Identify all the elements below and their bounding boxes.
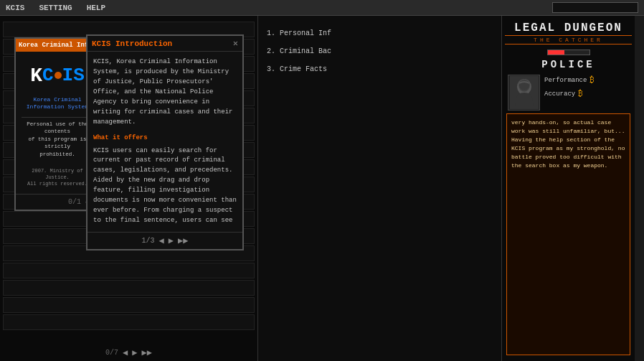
kcis-intro-popup: KCIS Introduction ✕ KCIS, Korea Criminal… <box>86 34 244 250</box>
center-panel: 1. Personal Inf 2. Criminal Bac 3. Crime… <box>258 16 502 361</box>
kcis-logo: K C IS <box>22 57 93 93</box>
performance-icon: ₿ <box>589 75 595 85</box>
right-panel: LEGAL DUNGEON THE CATCHER POLICE <box>502 16 635 361</box>
kcis-subtitle: Korea CriminalInformation System <box>27 96 88 111</box>
performance-label: Performance <box>544 77 587 84</box>
list-item[interactable] <box>3 297 255 313</box>
kcis-copyright: 2007. Ministry of Justice.All rights res… <box>22 168 93 187</box>
intro-prev-button[interactable]: ◀ <box>159 235 164 246</box>
left-nav-next[interactable]: ▶ <box>132 347 137 358</box>
left-panel-nav: 0/7 ◀ ▶ ▶▶ <box>0 347 257 358</box>
intro-nav-text: 1/3 <box>142 237 155 245</box>
list-item[interactable] <box>3 263 255 278</box>
intro-next-button[interactable]: ▶ <box>169 235 174 246</box>
list-item[interactable] <box>3 280 255 296</box>
main-area: Korea Criminal Information System ✕ K C … <box>0 16 644 361</box>
health-bar <box>547 50 590 55</box>
accuracy-label: Accuracy <box>544 90 575 98</box>
battle-text-box: very hands-on, so actual case work was s… <box>506 113 630 355</box>
search-input[interactable] <box>552 2 638 13</box>
left-nav-end[interactable]: ▶▶ <box>142 347 152 358</box>
character-svg <box>511 77 538 108</box>
intro-title: KCIS Introduction <box>92 39 172 48</box>
role-label: POLICE <box>505 59 632 70</box>
performance-stat: Performance ₿ <box>544 75 595 85</box>
intro-end-button[interactable]: ▶▶ <box>178 235 188 246</box>
left-nav-text: 0/7 <box>105 349 118 357</box>
game-title-section: LEGAL DUNGEON THE CATCHER <box>505 19 632 47</box>
police-content: Performance ₿ Accuracy ₿ <box>505 75 632 111</box>
game-title: LEGAL DUNGEON <box>505 22 632 34</box>
left-nav-prev[interactable]: ◀ <box>123 347 128 358</box>
doc-content: 1. Personal Inf 2. Criminal Bac 3. Crime… <box>258 16 501 361</box>
role-section: POLICE <box>505 59 632 70</box>
menu-help[interactable]: HELP <box>87 4 105 12</box>
left-panel: Korea Criminal Information System ✕ K C … <box>0 16 258 361</box>
intro-close-button[interactable]: ✕ <box>233 38 238 49</box>
menu-setting[interactable]: SETTING <box>39 4 72 12</box>
accuracy-icon: ₿ <box>578 88 583 99</box>
doc-items: 1. Personal Inf 2. Criminal Bac 3. Crime… <box>267 24 493 78</box>
intro-nav: 1/3 ◀ ▶ ▶▶ <box>87 232 242 249</box>
offers-text: KCIS users can easily search for current… <box>93 147 237 225</box>
menu-bar: KCIS SETTING HELP <box>0 0 644 16</box>
health-bar-fill <box>548 50 564 55</box>
doc-item-3[interactable]: 3. Crime Facts <box>267 60 493 78</box>
stats-section: Performance ₿ Accuracy ₿ <box>544 75 595 99</box>
kcis-notice: Personal use of the contentsof this prog… <box>22 117 93 161</box>
avatar <box>508 75 540 111</box>
nav-text: 0/1 <box>68 198 81 206</box>
menu-kcis[interactable]: KCIS <box>6 4 24 12</box>
list-item[interactable] <box>3 314 255 330</box>
intro-titlebar: KCIS Introduction ✕ <box>87 36 242 52</box>
doc-item-1[interactable]: 1. Personal Inf <box>267 24 493 42</box>
intro-body: KCIS, Korea Criminal Information System,… <box>87 52 242 232</box>
doc-item-2[interactable]: 2. Criminal Bac <box>267 42 493 60</box>
accuracy-stat: Accuracy ₿ <box>544 88 595 99</box>
game-subtitle: THE CATCHER <box>505 35 632 44</box>
offers-label: What it offers <box>93 133 237 144</box>
battle-text: very hands-on, so actual case work was s… <box>511 119 625 169</box>
intro-text: KCIS, Korea Criminal Information System,… <box>93 58 232 126</box>
health-bar-container <box>505 50 632 55</box>
avatar-image <box>510 76 539 109</box>
